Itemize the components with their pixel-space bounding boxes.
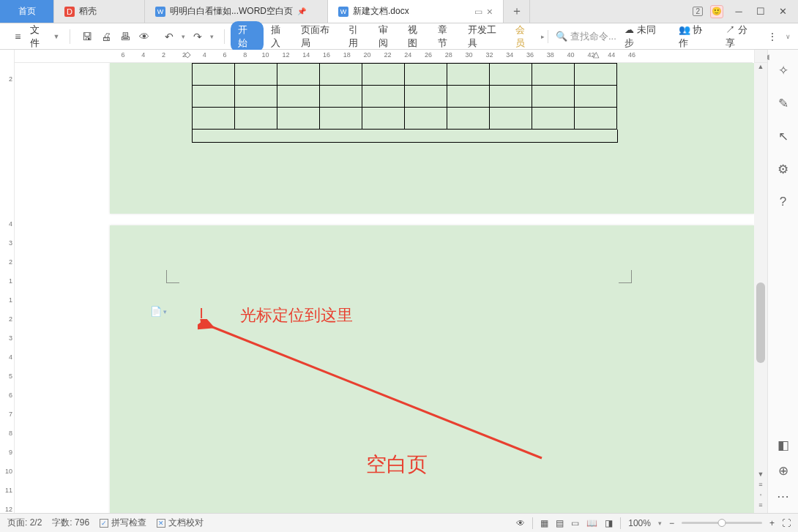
- ribbon-vip[interactable]: 会员: [511, 21, 538, 52]
- annotation-cursor-here: 光标定位到这里: [240, 304, 353, 326]
- doc-proof[interactable]: ✕文档校对: [157, 517, 204, 529]
- page-1: [110, 63, 754, 214]
- avatar[interactable]: 🙂: [706, 0, 728, 23]
- ruler-tick: 26: [425, 51, 432, 59]
- fit-page-icon[interactable]: ⛶: [782, 518, 791, 528]
- search-placeholder: 查找命令...: [570, 30, 616, 43]
- daoke-icon: D: [64, 7, 75, 17]
- save-as-icon[interactable]: 🖨: [100, 31, 113, 42]
- ribbon-layout[interactable]: 页面布局: [297, 21, 341, 52]
- side-panel: ◀ ✧ ✎ ↖ ⚙ ? ◧ ⊕ ⋯: [767, 50, 798, 513]
- collapse-ribbon-icon[interactable]: ∨: [786, 33, 791, 40]
- ruler-tick: 2: [9, 258, 12, 266]
- menu-icon[interactable]: ≡: [12, 31, 24, 42]
- tab-daoke[interactable]: D 稻壳: [54, 0, 145, 23]
- next-page-icon[interactable]: ≡: [754, 501, 767, 512]
- ruler-tick: 4: [9, 353, 12, 361]
- settings-icon[interactable]: ⚙: [778, 162, 788, 177]
- scroll-thumb[interactable]: [756, 282, 765, 363]
- zoom-slider[interactable]: [682, 522, 762, 524]
- preview-icon[interactable]: 👁: [138, 31, 151, 42]
- prev-page-icon[interactable]: ≡: [754, 481, 767, 491]
- status-bar: 页面: 2/2 字数: 796 ✓拼写检查 ✕文档校对 👁 ▦ ▤ ▭ 📖 ◨ …: [0, 513, 798, 532]
- ribbon-start[interactable]: 开始: [231, 21, 264, 52]
- page-indicator[interactable]: 页面: 2/2: [7, 517, 42, 529]
- tab-close-icon[interactable]: ×: [487, 6, 493, 18]
- view-web-icon[interactable]: ▭: [571, 518, 579, 528]
- document-table: [192, 63, 617, 130]
- print-icon[interactable]: 🖶: [119, 31, 132, 42]
- more-icon[interactable]: ⋮: [766, 31, 778, 42]
- redo-icon[interactable]: ↷: [191, 31, 204, 42]
- maximize-button[interactable]: ☐: [750, 0, 772, 23]
- ruler-tick: 42: [587, 51, 594, 59]
- scroll-up-icon[interactable]: ▲: [754, 63, 767, 73]
- tab-doc-1[interactable]: W 明明白白看懂如...WORD空白页 📌: [145, 0, 328, 23]
- tab-doc-2[interactable]: W 新建文档.docx ▭ ×: [328, 0, 504, 23]
- window-controls: 2 🙂 ─ ☐ ✕: [693, 0, 798, 23]
- assistant-icon[interactable]: ✧: [778, 63, 788, 78]
- page-2: 📄 ▾ | • 光标定位到这里 空白页: [110, 225, 754, 513]
- ruler-tick: 3: [9, 239, 12, 247]
- present-icon[interactable]: ▭: [474, 7, 482, 17]
- search-icon: 🔍: [556, 31, 567, 42]
- ruler-tick: 46: [628, 51, 635, 59]
- chevron-down-icon[interactable]: ▼: [53, 33, 60, 40]
- undo-icon[interactable]: ↶: [163, 31, 176, 42]
- view-focus-icon[interactable]: ◨: [605, 518, 613, 528]
- zoom-percent[interactable]: 100%: [628, 518, 651, 528]
- document-canvas[interactable]: 📄 ▾ | • 光标定位到这里 空白页: [15, 63, 767, 513]
- ribbon-more-icon[interactable]: ▸: [541, 33, 545, 40]
- tool-2-icon[interactable]: ⊕: [778, 463, 788, 479]
- save-icon[interactable]: 🖫: [81, 31, 94, 42]
- file-menu[interactable]: 文件: [30, 23, 48, 50]
- ribbon-review[interactable]: 审阅: [374, 21, 401, 52]
- ruler-tick: 18: [343, 51, 351, 59]
- tab-new[interactable]: ＋: [504, 0, 530, 23]
- word-count[interactable]: 字数: 796: [52, 517, 89, 529]
- ruler-tick: 1: [9, 296, 12, 304]
- collab-button[interactable]: 👥 协作: [674, 21, 714, 52]
- vertical-scrollbar[interactable]: ▲ ▼ ≡ ◦ ≡: [754, 63, 767, 513]
- vertical-ruler[interactable]: 2432112345678910111213: [0, 50, 15, 513]
- help-icon[interactable]: ?: [780, 195, 786, 209]
- view-outline-icon[interactable]: ▤: [556, 518, 564, 528]
- view-read-icon[interactable]: 📖: [586, 518, 597, 528]
- browse-object-icon[interactable]: ◦: [754, 491, 767, 501]
- share-button[interactable]: ↗ 分享: [721, 21, 758, 52]
- minimize-button[interactable]: ─: [728, 0, 750, 23]
- tab-bar: 首页 D 稻壳 W 明明白白看懂如...WORD空白页 📌 W 新建文档.doc…: [0, 0, 798, 23]
- reading-view-icon[interactable]: 👁: [516, 518, 525, 528]
- ruler-tick: 9: [9, 449, 12, 456]
- close-button[interactable]: ✕: [772, 0, 794, 23]
- ribbon-dev[interactable]: 开发工具: [463, 21, 508, 52]
- ruler-tick: 14: [302, 51, 310, 59]
- annotation-blank-page: 空白页: [366, 451, 428, 479]
- more-tools-icon[interactable]: ⋯: [777, 489, 789, 504]
- scroll-down-icon[interactable]: ▼: [754, 471, 767, 481]
- view-print-icon[interactable]: ▦: [540, 518, 548, 528]
- ribbon-insert[interactable]: 插入: [266, 21, 294, 52]
- pin-icon[interactable]: 📌: [297, 7, 306, 15]
- ruler-tick: 1: [9, 277, 12, 285]
- select-icon[interactable]: ↖: [778, 129, 788, 144]
- sync-status[interactable]: ☁ 未同步: [620, 21, 666, 52]
- edit-icon[interactable]: ✎: [778, 96, 788, 111]
- ribbon-view[interactable]: 视图: [403, 21, 430, 52]
- tab-home[interactable]: 首页: [0, 0, 54, 23]
- ruler-tick: 8: [9, 430, 12, 437]
- window-count-badge[interactable]: 2: [693, 7, 703, 16]
- ruler-tick: 5: [9, 372, 12, 380]
- svg-line-0: [211, 326, 542, 458]
- paste-options-icon[interactable]: 📄 ▾: [150, 306, 167, 317]
- spell-check[interactable]: ✓拼写检查: [100, 517, 146, 529]
- zoom-in-icon[interactable]: +: [769, 518, 775, 528]
- horizontal-ruler[interactable]: ◇ △ 642246810121416182022242628303234363…: [15, 50, 753, 63]
- ruler-tick: 3: [9, 334, 12, 342]
- ruler-tick: 38: [547, 51, 554, 59]
- ribbon-ref[interactable]: 引用: [344, 21, 371, 52]
- zoom-out-icon[interactable]: −: [669, 518, 674, 528]
- command-search[interactable]: 🔍 查找命令...: [548, 30, 618, 43]
- ribbon-chapter[interactable]: 章节: [433, 21, 460, 52]
- tool-1-icon[interactable]: ◧: [778, 438, 789, 453]
